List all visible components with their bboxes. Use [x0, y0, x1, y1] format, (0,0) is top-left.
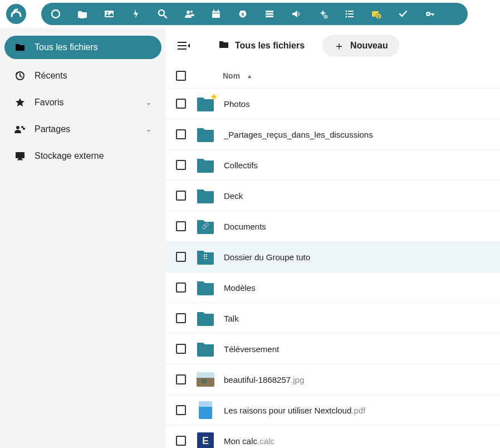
money-icon[interactable]: $	[371, 8, 382, 20]
file-name: Dossier du Groupe tuto	[224, 252, 310, 262]
file-name: Mon calc.calc	[224, 436, 274, 446]
new-button-label: Nouveau	[350, 41, 388, 51]
svg-rect-2	[80, 17, 85, 18]
photos-icon[interactable]	[104, 8, 115, 20]
file-name: Deck	[224, 191, 243, 201]
file-name: Collectifs	[224, 160, 258, 170]
sidebar-item-external-storage[interactable]: Stockage externe	[0, 143, 166, 169]
monitor-icon	[14, 150, 26, 162]
announce-icon[interactable]	[291, 8, 302, 20]
file-row[interactable]: EMon calc.calc	[166, 425, 500, 448]
contacts-icon[interactable]	[184, 8, 195, 20]
file-row[interactable]: Téléversement	[166, 333, 500, 364]
row-checkbox[interactable]	[176, 405, 186, 415]
deck-icon[interactable]	[264, 8, 275, 20]
row-checkbox[interactable]	[176, 344, 186, 354]
svg-rect-38	[18, 158, 22, 159]
app-logo[interactable]	[2, 0, 30, 28]
row-checkbox[interactable]	[176, 436, 186, 446]
sidebar-item-all-files[interactable]: Tous les fichiers	[4, 36, 161, 59]
dashboard-icon[interactable]	[50, 8, 61, 20]
file-name: _Partages_reçus_dans_les_discussions	[224, 130, 373, 139]
file-name: Documents	[224, 222, 266, 231]
folder-icon: ★	[196, 94, 215, 113]
row-checkbox[interactable]	[176, 129, 186, 139]
row-checkbox[interactable]	[176, 313, 186, 323]
row-checkbox[interactable]	[176, 252, 186, 262]
file-row[interactable]: ⠿Dossier du Groupe tuto	[166, 241, 500, 272]
chevron-down-icon: ⌄	[146, 99, 151, 106]
sidebar-label: Tous les fichiers	[35, 42, 98, 52]
content-area: Tous les fichiers ＋ Nouveau Nom ▲ ★Photo…	[166, 28, 500, 448]
sidebar-item-favorites[interactable]: Favoris ⌄	[0, 89, 166, 116]
svg-point-35	[16, 126, 19, 129]
file-row[interactable]: Collectifs	[166, 149, 500, 180]
share-icon	[14, 124, 26, 135]
select-all-checkbox[interactable]	[176, 71, 186, 81]
sort-ascending-icon: ▲	[247, 73, 252, 79]
chevron-down-icon: ⌄	[146, 125, 151, 133]
sidebar-item-shares[interactable]: Partages ⌄	[0, 116, 166, 143]
svg-rect-9	[212, 11, 220, 18]
file-row[interactable]: 🔗Documents	[166, 211, 500, 241]
search-icon[interactable]	[157, 8, 168, 20]
svg-point-4	[107, 12, 109, 14]
folder-icon	[196, 339, 215, 358]
svg-rect-39	[17, 159, 23, 160]
file-row[interactable]: ★Photos	[166, 88, 500, 119]
sidebar-item-recents[interactable]: Récents	[0, 62, 166, 89]
file-row[interactable]: Les raisons pour utiliser Nextcloud.pdf	[166, 395, 500, 425]
collapse-sidebar-button[interactable]	[176, 38, 192, 53]
svg-rect-21	[348, 11, 354, 12]
star-badge-icon: ★	[210, 91, 218, 102]
svg-rect-37	[16, 152, 24, 158]
passwords-icon[interactable]	[424, 8, 435, 20]
row-checkbox[interactable]	[176, 191, 186, 201]
tasks-icon[interactable]	[398, 8, 409, 20]
files-icon[interactable]	[77, 8, 88, 20]
svg-point-7	[187, 11, 190, 14]
row-checkbox[interactable]	[176, 283, 186, 293]
file-name: Modèles	[224, 283, 256, 293]
svg-point-1	[52, 10, 60, 18]
svg-rect-11	[218, 9, 219, 12]
svg-rect-33	[433, 13, 434, 15]
document-icon	[196, 401, 215, 420]
clock-icon	[14, 70, 26, 81]
folder-icon	[196, 125, 215, 144]
folder-icon	[196, 309, 215, 328]
file-row[interactable]: Deck	[166, 180, 500, 211]
new-button[interactable]: ＋ Nouveau	[322, 35, 399, 57]
file-name: Talk	[224, 314, 239, 323]
svg-point-0	[6, 4, 26, 24]
magic-icon[interactable]	[317, 8, 329, 20]
row-checkbox[interactable]	[176, 374, 186, 384]
svg-rect-23	[348, 13, 354, 14]
breadcrumb-label: Tous les fichiers	[235, 41, 305, 51]
folder-icon	[196, 278, 215, 297]
row-checkbox[interactable]	[176, 99, 186, 109]
file-row[interactable]: Talk	[166, 303, 500, 333]
calendar-icon[interactable]	[210, 8, 222, 20]
sidebar-label: Partages	[35, 124, 70, 134]
list-icon[interactable]	[344, 8, 355, 20]
activity-icon[interactable]	[130, 8, 141, 20]
image-thumbnail	[196, 370, 215, 389]
column-header-name[interactable]: Nom ▲	[223, 71, 252, 80]
svg-rect-12	[212, 13, 220, 13]
row-checkbox[interactable]	[176, 221, 186, 231]
folder-icon	[218, 40, 229, 52]
breadcrumb[interactable]: Tous les fichiers	[218, 40, 305, 52]
row-checkbox[interactable]	[176, 160, 186, 170]
folder-icon	[196, 155, 215, 174]
svg-point-24	[346, 16, 347, 18]
budget-icon[interactable]: $	[237, 8, 248, 20]
file-row[interactable]: beautiful-1868257.jpg	[166, 364, 500, 395]
file-row[interactable]: Modèles	[166, 272, 500, 303]
file-name: Photos	[224, 99, 250, 109]
svg-rect-10	[213, 9, 214, 12]
file-row[interactable]: _Partages_reçus_dans_les_discussions	[166, 119, 500, 149]
star-icon	[14, 97, 26, 108]
folder-icon	[196, 186, 215, 205]
spreadsheet-icon: E	[196, 431, 215, 448]
